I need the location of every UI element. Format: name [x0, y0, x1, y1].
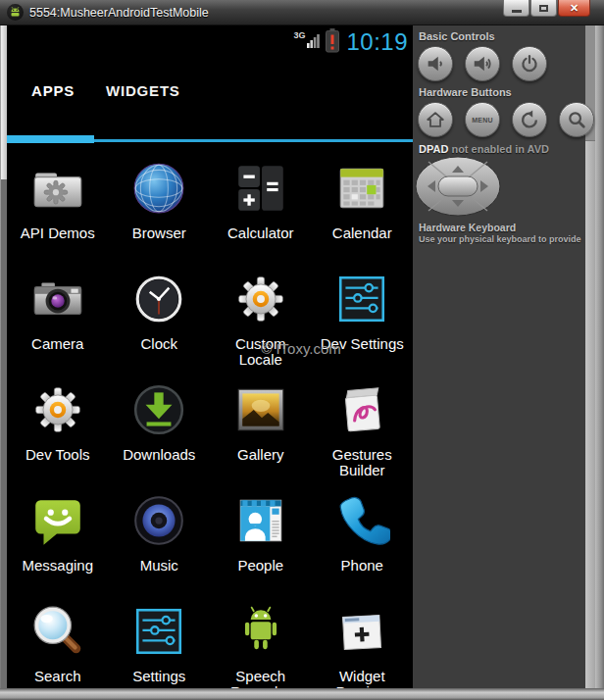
gallery-icon: [232, 381, 289, 442]
calculator-icon: [232, 160, 289, 221]
dpad-title: DPAD: [419, 143, 448, 155]
app-item-calculator[interactable]: Calculator: [210, 143, 312, 254]
widget-icon: [333, 603, 390, 664]
gear-orange-icon: [29, 381, 86, 442]
hardware-buttons-label: Hardware Buttons: [419, 86, 512, 98]
app-label: Settings: [132, 669, 185, 684]
app-item-browser[interactable]: Browser: [109, 143, 211, 254]
people-icon: [232, 492, 289, 553]
phone-icon: [333, 492, 390, 553]
status-clock: 10:19: [346, 25, 408, 59]
app-label: Search: [34, 669, 81, 684]
app-item-gestures-builder[interactable]: Gestures Builder: [312, 365, 414, 475]
device-screen: 3G 10:19 APPSWIDGETS: [7, 25, 413, 688]
app-label: Phone: [341, 558, 383, 574]
watermark-text: © IToxy.com: [215, 340, 387, 357]
dpad-label: DPAD not enabled in AVD: [419, 143, 549, 155]
volume-up-icon: [472, 53, 493, 75]
search-button[interactable]: [559, 102, 594, 137]
menu-button[interactable]: MENU: [465, 102, 500, 137]
app-item-phone[interactable]: Phone: [312, 475, 414, 586]
browser-icon: [130, 160, 187, 221]
app-item-camera[interactable]: Camera: [7, 254, 109, 365]
app-item-api-demos[interactable]: API Demos: [7, 143, 109, 254]
dpad-control[interactable]: [415, 156, 501, 221]
calendar-icon: [333, 160, 390, 221]
search-app-icon: [29, 603, 86, 664]
app-label: Browser: [132, 225, 186, 241]
app-label: Calculator: [227, 225, 294, 241]
app-label: Music: [140, 558, 178, 574]
window-right-border: [595, 25, 604, 700]
app-item-settings[interactable]: Settings: [109, 586, 211, 688]
hardware-keyboard-hint: Use your physical keyboard to provide in…: [419, 234, 583, 244]
active-tab-underline: [7, 135, 94, 143]
power-button[interactable]: [512, 46, 547, 81]
window-titlebar: 5554:MusheerAndroidTestMobile ✕: [0, 0, 604, 25]
gestures-icon: [333, 381, 390, 442]
app-label: People: [237, 558, 283, 574]
app-item-widget-preview[interactable]: Widget Preview: [312, 586, 414, 688]
app-label: Camera: [31, 336, 83, 352]
app-item-clock[interactable]: Clock: [109, 254, 211, 365]
volume-down-button[interactable]: [418, 46, 453, 81]
close-button[interactable]: ✕: [558, 0, 590, 17]
app-item-people[interactable]: People: [210, 475, 312, 586]
dpad-status: not enabled in AVD: [448, 143, 549, 155]
app-label: Gallery: [237, 447, 284, 463]
app-label: Speech Recorder: [212, 669, 310, 688]
android-logo-icon: [7, 4, 24, 21]
battery-alert-icon: [326, 28, 339, 57]
back-icon: [519, 109, 540, 130]
clock-icon: [130, 271, 187, 331]
api-demos-icon: [29, 160, 86, 221]
android-robot-icon: [232, 603, 289, 664]
app-grid: API Demos Browser Calculator Calendar Ca…: [7, 143, 413, 688]
search-icon: [566, 109, 587, 130]
music-icon: [130, 492, 187, 553]
tab-apps[interactable]: APPS: [31, 82, 75, 99]
app-label: Calendar: [332, 225, 392, 241]
app-item-music[interactable]: Music: [109, 475, 211, 586]
app-item-speech-recorder[interactable]: Speech Recorder: [210, 586, 312, 688]
basic-controls-label: Basic Controls: [419, 30, 495, 42]
tab-widgets[interactable]: WIDGETS: [106, 82, 180, 99]
emulator-window: 5554:MusheerAndroidTestMobile ✕ 3G: [0, 0, 604, 700]
camera-icon: [29, 271, 86, 331]
app-label: Messaging: [22, 558, 93, 574]
app-label: Widget Preview: [313, 669, 411, 688]
volume-up-button[interactable]: [465, 46, 500, 81]
home-icon: [425, 109, 446, 130]
app-item-gallery[interactable]: Gallery: [210, 365, 312, 475]
tab-bar: APPSWIDGETS: [7, 59, 413, 143]
gear-orange-icon: [232, 271, 289, 331]
sliders-icon: [130, 603, 187, 664]
maximize-button[interactable]: [530, 0, 557, 17]
app-label: Downloads: [123, 447, 195, 463]
app-item-dev-tools[interactable]: Dev Tools: [7, 365, 109, 475]
app-item-calendar[interactable]: Calendar: [312, 143, 414, 254]
minimize-button[interactable]: [503, 0, 529, 17]
app-label: Clock: [140, 336, 177, 352]
hardware-keyboard-label: Hardware Keyboard: [419, 222, 516, 233]
status-bar: 3G 10:19: [7, 25, 413, 59]
app-item-messaging[interactable]: Messaging: [7, 475, 109, 586]
network-type-label: 3G: [293, 30, 305, 40]
back-button[interactable]: [512, 102, 547, 137]
volume-down-icon: [425, 53, 446, 75]
window-title: 5554:MusheerAndroidTestMobile: [29, 6, 209, 20]
download-icon: [130, 381, 187, 442]
app-item-downloads[interactable]: Downloads: [109, 365, 211, 475]
app-label: Dev Tools: [25, 447, 90, 463]
app-label: API Demos: [21, 225, 95, 241]
window-bottom-border: [0, 688, 604, 700]
app-item-search[interactable]: Search: [7, 586, 109, 688]
emulator-sidebar: Basic Controls Hardware Buttons MENU DPA…: [413, 25, 585, 688]
power-icon: [519, 53, 540, 75]
app-label: Gestures Builder: [313, 447, 411, 478]
menu-button-label: MENU: [472, 117, 492, 124]
sliders-icon: [333, 271, 390, 331]
home-button[interactable]: [418, 102, 453, 137]
signal-strength-icon: [307, 32, 322, 53]
messaging-icon: [29, 492, 86, 553]
